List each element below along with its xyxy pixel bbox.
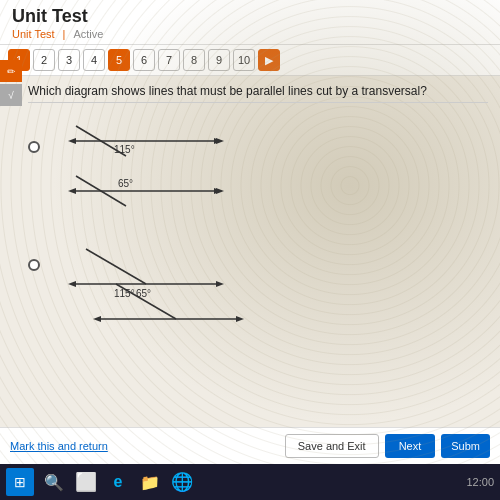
mark-return-link[interactable]: Mark this and return [10, 440, 108, 452]
nav-btn-7[interactable]: 7 [158, 49, 180, 71]
nav-btn-6[interactable]: 6 [133, 49, 155, 71]
svg-marker-18 [68, 281, 76, 287]
diagram-b: 115° 65° [46, 229, 488, 333]
svg-marker-4 [68, 138, 76, 144]
svg-text:115°: 115° [114, 144, 135, 155]
nav-btn-4[interactable]: 4 [83, 49, 105, 71]
nav-btn-10[interactable]: 10 [233, 49, 255, 71]
breadcrumb: Unit Test | Active [12, 28, 488, 40]
nav-btn-8[interactable]: 8 [183, 49, 205, 71]
diagram-option-a[interactable]: 115° 65° [28, 111, 488, 225]
clock: 12:00 [466, 476, 494, 488]
page-title: Unit Test [12, 6, 488, 27]
edge-icon[interactable]: e [106, 470, 130, 494]
nav-next-arrow[interactable]: ▶ [258, 49, 280, 71]
diagram-a: 115° 65° [46, 111, 488, 225]
task-view-icon[interactable]: ⬜ [74, 470, 98, 494]
svg-text:65°: 65° [118, 178, 133, 189]
bottom-bar: Mark this and return Save and Exit Next … [0, 427, 500, 464]
svg-marker-22 [236, 316, 244, 322]
question-area: Which diagram shows lines that must be p… [0, 76, 500, 427]
screen: Unit Test Unit Test | Active 1 2 3 4 5 6… [0, 0, 500, 500]
folder-icon[interactable]: 📁 [138, 470, 162, 494]
nav-btn-9[interactable]: 9 [208, 49, 230, 71]
diagrams-container: 115° 65° [28, 111, 488, 333]
windows-icon: ⊞ [14, 474, 26, 490]
nav-btn-3[interactable]: 3 [58, 49, 80, 71]
chrome-icon[interactable]: 🌐 [170, 470, 194, 494]
svg-text:65°: 65° [136, 288, 151, 299]
content-area: Unit Test Unit Test | Active 1 2 3 4 5 6… [0, 0, 500, 464]
save-exit-button[interactable]: Save and Exit [285, 434, 379, 458]
start-button[interactable]: ⊞ [6, 468, 34, 496]
page-header: Unit Test Unit Test | Active [0, 0, 500, 45]
svg-line-14 [86, 249, 146, 284]
svg-text:115°: 115° [114, 288, 135, 299]
status-badge: Active [73, 28, 103, 40]
question-text: Which diagram shows lines that must be p… [28, 84, 488, 103]
bottom-buttons: Save and Exit Next Subm [285, 434, 490, 458]
next-button[interactable]: Next [385, 434, 436, 458]
breadcrumb-test[interactable]: Unit Test [12, 28, 55, 40]
nav-bar: 1 2 3 4 5 6 7 8 9 10 ▶ [0, 45, 500, 76]
side-tools: ✏ √ [0, 60, 22, 106]
radio-option-b[interactable] [28, 259, 40, 271]
radio-option-a[interactable] [28, 141, 40, 153]
nav-btn-2[interactable]: 2 [33, 49, 55, 71]
svg-marker-17 [216, 281, 224, 287]
submit-button[interactable]: Subm [441, 434, 490, 458]
tool-pencil[interactable]: ✏ [0, 60, 22, 82]
nav-btn-5[interactable]: 5 [108, 49, 130, 71]
diagram-option-b[interactable]: 115° 65° [28, 229, 488, 333]
tool-calc[interactable]: √ [0, 84, 22, 106]
svg-marker-23 [93, 316, 101, 322]
search-icon[interactable]: 🔍 [42, 470, 66, 494]
svg-marker-11 [68, 188, 76, 194]
taskbar: ⊞ 🔍 ⬜ e 📁 🌐 12:00 [0, 464, 500, 500]
breadcrumb-sep: | [63, 28, 66, 40]
